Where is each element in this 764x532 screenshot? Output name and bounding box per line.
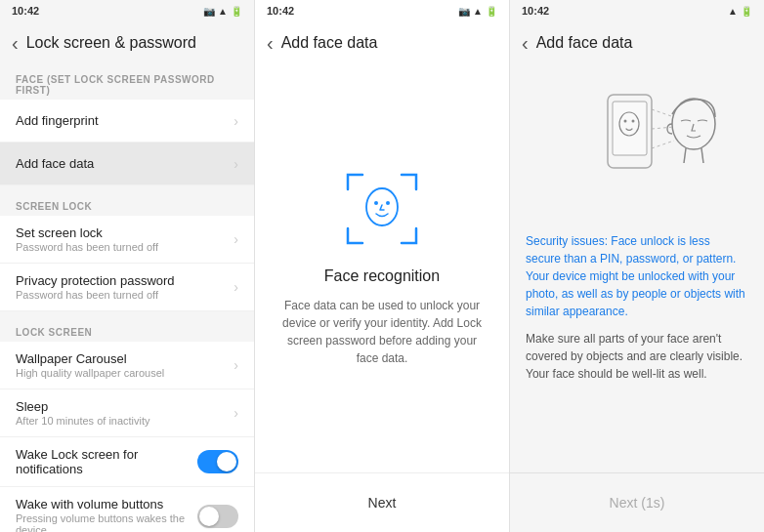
panel-lock-screen-password: 10:42 📷 ▲ 🔋 ‹ Lock screen & password FAC… <box>0 0 255 532</box>
toggle-knob-wake-volume <box>199 507 219 526</box>
list-item-sleep[interactable]: Sleep After 10 minutes of inactivity › <box>0 389 254 437</box>
item-subtitle-wake-volume: Pressing volume buttons wakes the device <box>16 512 197 532</box>
chevron-icon-fingerprint: › <box>233 113 238 129</box>
item-title-face-data: Add face data <box>16 156 233 171</box>
back-button-3[interactable]: ‹ <box>522 32 529 55</box>
status-icons-3: ▲ 🔋 <box>728 6 752 17</box>
status-bar-1: 10:42 📷 ▲ 🔋 <box>0 0 254 21</box>
list-item-wake-lock-screen[interactable]: Wake Lock screen for notifications <box>0 437 254 487</box>
status-time-1: 10:42 <box>12 5 39 17</box>
item-title-fingerprint: Add fingerprint <box>16 113 233 128</box>
item-subtitle-sleep: After 10 minutes of inactivity <box>16 415 233 427</box>
chevron-icon-screen-lock: › <box>233 231 238 247</box>
svg-line-12 <box>652 127 674 129</box>
face-recognition-desc: Face data can be used to unlock your dev… <box>275 297 489 367</box>
header-2: ‹ Add face data <box>255 21 509 64</box>
section-screen-lock: SCREEN LOCK <box>0 191 254 216</box>
back-button-1[interactable]: ‹ <box>12 32 19 55</box>
security-warning-text: Security issues: Face unlock is less sec… <box>526 232 748 320</box>
header-3: ‹ Add face data <box>510 21 764 64</box>
face-data-info-body: Security issues: Face unlock is less sec… <box>510 64 764 472</box>
battery-icon-3: 🔋 <box>741 6 752 17</box>
item-subtitle-screen-lock: Password has been turned off <box>16 241 233 253</box>
svg-point-6 <box>624 120 627 123</box>
wifi-icon-2: ▲ <box>473 6 483 17</box>
list-item-wallpaper-carousel[interactable]: Wallpaper Carousel High quality wallpape… <box>0 342 254 389</box>
battery-icon: 🔋 <box>231 6 242 17</box>
list-item-set-screen-lock[interactable]: Set screen lock Password has been turned… <box>0 216 254 264</box>
svg-point-7 <box>632 120 635 123</box>
status-time-3: 10:42 <box>522 5 549 17</box>
toggle-wake-lock[interactable] <box>197 450 238 473</box>
panel-add-face-data-right: 10:42 ▲ 🔋 ‹ Add face data <box>510 0 764 532</box>
list-item-add-fingerprint[interactable]: Add fingerprint › <box>0 100 254 143</box>
item-title-screen-lock: Set screen lock <box>16 225 233 240</box>
sim-icon: 📷 <box>203 6 215 17</box>
next-button-panel3[interactable]: Next (1s) <box>526 485 748 520</box>
item-title-wake-volume: Wake with volume buttons <box>16 497 197 512</box>
item-title-sleep: Sleep <box>16 399 233 414</box>
face-visibility-text: Make sure all parts of your face aren't … <box>526 330 748 383</box>
panel-add-face-data-middle: 10:42 📷 ▲ 🔋 ‹ Add face data <box>255 0 510 532</box>
header-1: ‹ Lock screen & password <box>0 21 254 64</box>
svg-line-13 <box>652 141 674 148</box>
list-item-wake-volume[interactable]: Wake with volume buttons Pressing volume… <box>0 487 254 532</box>
section-lock-screen: LOCK SCREEN <box>0 317 254 342</box>
status-bar-2: 10:42 📷 ▲ 🔋 <box>255 0 509 21</box>
panel-3-footer: Next (1s) <box>510 472 764 532</box>
item-title-privacy-password: Privacy protection password <box>16 273 233 288</box>
toggle-wake-volume[interactable] <box>197 505 238 528</box>
chevron-icon-wallpaper: › <box>233 357 238 373</box>
face-recognition-body: Face recognition Face data can be used t… <box>255 64 509 472</box>
page-title-3: Add face data <box>536 34 633 52</box>
face-illustration <box>526 80 748 217</box>
page-title-2: Add face data <box>281 34 378 52</box>
list-item-privacy-password[interactable]: Privacy protection password Password has… <box>0 264 254 311</box>
battery-icon-2: 🔋 <box>486 6 497 17</box>
item-title-wallpaper: Wallpaper Carousel <box>16 351 233 366</box>
status-bar-3: 10:42 ▲ 🔋 <box>510 0 764 21</box>
list-item-add-face-data[interactable]: Add face data › <box>0 143 254 185</box>
status-icons-2: 📷 ▲ 🔋 <box>458 6 497 17</box>
face-recognition-title: Face recognition <box>324 267 440 285</box>
svg-line-9 <box>684 148 686 163</box>
item-title-wake-lock: Wake Lock screen for notifications <box>16 447 197 476</box>
toggle-knob-wake-lock <box>217 452 236 471</box>
section-face: FACE (SET LOCK SCREEN PASSWORD FIRST) <box>0 64 254 100</box>
svg-point-2 <box>386 201 390 205</box>
page-title-1: Lock screen & password <box>26 34 196 52</box>
status-time-2: 10:42 <box>267 5 294 17</box>
chevron-icon-privacy-password: › <box>233 279 238 295</box>
svg-line-11 <box>652 109 674 117</box>
status-icons-1: 📷 ▲ 🔋 <box>203 6 242 17</box>
wifi-icon: ▲ <box>218 6 228 17</box>
item-subtitle-wallpaper: High quality wallpaper carousel <box>16 367 233 379</box>
svg-rect-4 <box>613 102 647 155</box>
face-recognition-icon <box>343 170 421 248</box>
sim-icon-2: 📷 <box>458 6 470 17</box>
panel-2-footer: Next <box>255 472 509 532</box>
svg-line-10 <box>701 148 703 163</box>
next-button-panel2[interactable]: Next <box>271 485 493 520</box>
chevron-icon-sleep: › <box>233 405 238 421</box>
svg-point-1 <box>374 201 378 205</box>
back-button-2[interactable]: ‹ <box>267 32 274 55</box>
chevron-icon-face-data: › <box>233 156 238 172</box>
wifi-icon-3: ▲ <box>728 6 738 17</box>
item-subtitle-privacy-password: Password has been turned off <box>16 289 233 301</box>
